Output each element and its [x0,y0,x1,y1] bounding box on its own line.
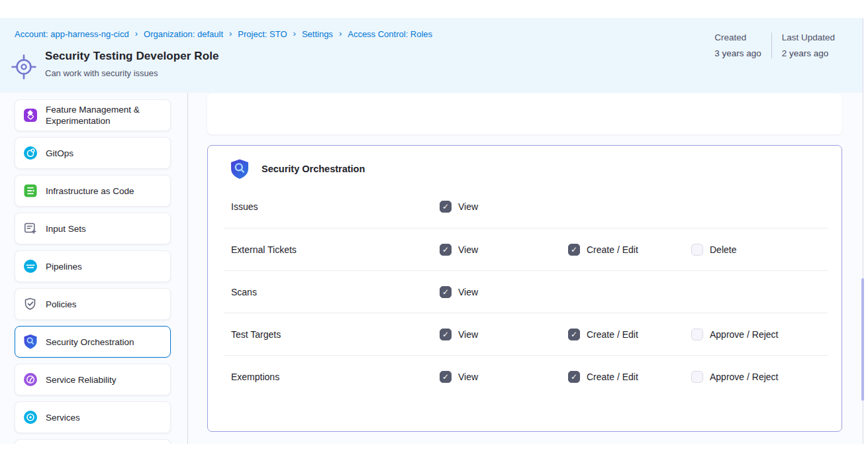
permission-cell: ✓Create / Edit [568,371,691,383]
sidebar-item-label: Service Reliability [46,374,117,385]
created-label: Created [714,32,761,42]
srm-icon [23,372,38,387]
permission-label: Create / Edit [587,244,638,255]
breadcrumb-separator-icon: › [339,28,342,38]
resource-category-list: Feature Management & Experimentation Git… [15,99,171,444]
section-title: Security Orchestration [262,164,365,174]
sidebar-item-label: Input Sets [46,223,86,234]
permission-row-external-tickets: External Tickets ✓View✓Create / EditDele… [224,228,828,270]
resource-label: Scans [231,287,440,297]
view-checkbox[interactable]: ✓ [440,201,452,213]
role-permissions-body: Feature Management & Experimentation Git… [0,93,863,444]
sidebar-item-partial[interactable] [15,439,171,444]
sidebar-item-feature-management-experimentation[interactable]: Feature Management & Experimentation [15,99,171,131]
permission-cell: ✓View [440,201,568,213]
created-meta: Created 3 years ago [714,32,761,58]
sidebar-item-infrastructure-as-code[interactable]: Infrastructure as Code [15,175,171,207]
page-scrollbar-thumb[interactable] [861,278,864,401]
permission-cell: ✓View [440,244,568,256]
policies-icon [23,297,38,311]
breadcrumb-item-project[interactable]: Project: STO [238,29,287,39]
security-orchestration-card: Security Orchestration Issues ✓View Exte… [207,145,842,432]
permission-row-test-targets: Test Targets ✓View✓Create / EditApprove … [224,313,828,355]
breadcrumb-item-access-control[interactable]: Access Control: Roles [348,29,432,39]
breadcrumb-separator-icon: › [135,28,138,38]
sidebar-item-label: Feature Management & Experimentation [46,104,162,127]
sidebar-item-label: Services [46,412,80,423]
permission-cell: ✓View [440,329,568,340]
resource-label: Exemptions [231,372,440,382]
iacm-icon [23,183,38,198]
resource-label: Test Targets [231,329,440,340]
last-updated-meta: Last Updated 2 years ago [782,32,835,58]
create-edit-checkbox[interactable]: ✓ [568,329,580,340]
permission-label: View [458,201,478,212]
permission-cell: ✓Create / Edit [568,329,691,340]
permission-row-scans: Scans ✓View [224,270,828,313]
meta-divider [771,32,772,58]
breadcrumb-item-account[interactable]: Account: app-harness-ng-cicd [15,29,129,39]
permission-row-exemptions: Exemptions ✓View✓Create / EditApprove / … [224,355,828,397]
resource-label: Issues [231,201,440,212]
breadcrumb-item-organization[interactable]: Organization: default [144,29,223,39]
page-header: Account: app-harness-ng-cicd›Organizatio… [0,18,863,93]
sidebar-item-service-reliability[interactable]: Service Reliability [15,364,171,395]
approve-reject-checkbox[interactable] [691,329,703,340]
previous-category-card [207,93,842,134]
created-value: 3 years ago [714,48,761,58]
approve-reject-checkbox[interactable] [691,371,703,383]
view-checkbox[interactable]: ✓ [440,371,452,383]
sidebar-item-policies[interactable]: Policies [15,288,171,320]
sidebar-divider [187,93,188,444]
breadcrumb-separator-icon: › [229,28,232,38]
input-sets-icon [23,221,38,236]
sidebar-item-label: Security Orchestration [46,336,134,348]
permission-label: Delete [710,244,736,255]
permission-cell: ✓View [440,286,568,298]
permission-cell: Approve / Reject [691,371,828,383]
permission-label: Create / Edit [587,329,638,340]
permission-cell: ✓Create / Edit [568,244,691,256]
role-target-icon [9,52,38,81]
permission-row-issues: Issues ✓View [224,185,828,228]
section-header: Security Orchestration [208,146,842,185]
resource-label: External Tickets [231,244,440,255]
sto-shield-icon [23,334,38,349]
sidebar-item-label: Pipelines [46,261,82,272]
view-checkbox[interactable]: ✓ [440,329,452,340]
sidebar-item-gitops[interactable]: GitOps [15,137,171,169]
delete-checkbox[interactable] [691,244,703,256]
permission-rows: Issues ✓View External Tickets ✓View✓Crea… [224,185,828,397]
sidebar-item-label: Policies [46,299,77,310]
permission-label: Approve / Reject [710,372,779,382]
permission-cell: ✓View [440,371,568,383]
sidebar-item-input-sets[interactable]: Input Sets [15,213,171,244]
role-meta: Created 3 years ago Last Updated 2 years… [714,32,835,58]
breadcrumb-item-settings[interactable]: Settings [302,29,333,39]
sidebar-item-label: GitOps [46,148,73,159]
sidebar-item-services[interactable]: Services [15,401,171,433]
create-edit-checkbox[interactable]: ✓ [568,371,580,383]
permission-label: View [458,372,478,382]
sidebar-item-pipelines[interactable]: Pipelines [15,250,171,282]
permission-cell: Delete [691,244,828,256]
permission-cell: Approve / Reject [691,329,828,340]
last-updated-value: 2 years ago [782,48,835,58]
permission-label: View [458,287,478,297]
gitops-icon [23,146,38,160]
last-updated-label: Last Updated [782,32,835,42]
permission-label: View [458,244,478,255]
page-subtitle: Can work with security issues [45,68,219,78]
breadcrumb: Account: app-harness-ng-cicd›Organizatio… [15,29,432,39]
sidebar-item-security-orchestration[interactable]: Security Orchestration [15,326,171,358]
services-icon [23,410,38,425]
permission-label: Create / Edit [587,372,638,382]
sto-shield-icon [230,158,250,180]
role-details-page: Account: app-harness-ng-cicd›Organizatio… [0,0,868,461]
feature-flags-icon [23,108,38,123]
permission-label: View [458,329,478,340]
view-checkbox[interactable]: ✓ [440,244,452,256]
permission-label: Approve / Reject [710,329,779,340]
create-edit-checkbox[interactable]: ✓ [568,244,580,256]
view-checkbox[interactable]: ✓ [440,286,452,298]
